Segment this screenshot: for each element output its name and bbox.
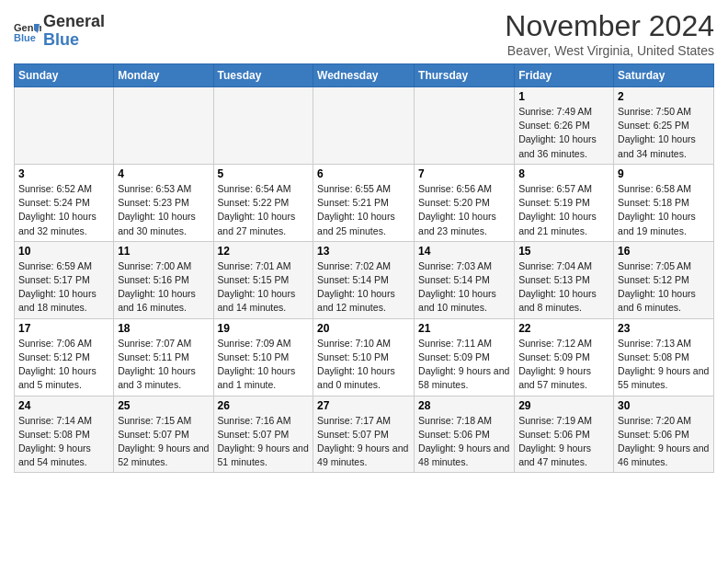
day-info: Sunrise: 7:13 AM Sunset: 5:08 PM Dayligh… bbox=[618, 337, 710, 393]
day-cell bbox=[415, 87, 515, 165]
day-info: Sunrise: 6:54 AM Sunset: 5:22 PM Dayligh… bbox=[218, 182, 310, 238]
day-cell: 6Sunrise: 6:55 AM Sunset: 5:21 PM Daylig… bbox=[313, 164, 415, 241]
day-info: Sunrise: 7:20 AM Sunset: 5:06 PM Dayligh… bbox=[618, 414, 710, 470]
day-cell: 9Sunrise: 6:58 AM Sunset: 5:18 PM Daylig… bbox=[614, 164, 714, 241]
day-info: Sunrise: 7:16 AM Sunset: 5:07 PM Dayligh… bbox=[218, 414, 310, 470]
day-number: 13 bbox=[317, 245, 410, 258]
svg-text:Blue: Blue bbox=[14, 32, 36, 42]
day-info: Sunrise: 6:57 AM Sunset: 5:19 PM Dayligh… bbox=[518, 182, 609, 238]
day-info: Sunrise: 7:12 AM Sunset: 5:09 PM Dayligh… bbox=[518, 337, 609, 393]
day-number: 29 bbox=[518, 399, 609, 412]
day-number: 20 bbox=[317, 322, 410, 335]
header-cell-tuesday: Tuesday bbox=[213, 64, 313, 87]
month-title: November 2024 bbox=[505, 9, 714, 43]
day-number: 16 bbox=[618, 245, 710, 258]
location: Beaver, West Virginia, United States bbox=[505, 43, 714, 58]
day-cell: 30Sunrise: 7:20 AM Sunset: 5:06 PM Dayli… bbox=[614, 396, 714, 473]
day-number: 19 bbox=[218, 322, 310, 335]
day-info: Sunrise: 7:01 AM Sunset: 5:15 PM Dayligh… bbox=[218, 259, 310, 316]
day-cell: 15Sunrise: 7:04 AM Sunset: 5:13 PM Dayli… bbox=[515, 241, 614, 318]
day-cell: 11Sunrise: 7:00 AM Sunset: 5:16 PM Dayli… bbox=[114, 241, 213, 318]
header-cell-sunday: Sunday bbox=[15, 64, 114, 87]
header-row: SundayMondayTuesdayWednesdayThursdayFrid… bbox=[15, 64, 714, 87]
day-info: Sunrise: 7:00 AM Sunset: 5:16 PM Dayligh… bbox=[118, 259, 209, 316]
logo-text: General Blue bbox=[43, 13, 105, 50]
day-info: Sunrise: 7:02 AM Sunset: 5:14 PM Dayligh… bbox=[317, 259, 410, 316]
day-info: Sunrise: 7:19 AM Sunset: 5:06 PM Dayligh… bbox=[518, 414, 609, 470]
day-info: Sunrise: 6:59 AM Sunset: 5:17 PM Dayligh… bbox=[18, 259, 109, 316]
day-cell bbox=[313, 87, 415, 165]
day-cell: 4Sunrise: 6:53 AM Sunset: 5:23 PM Daylig… bbox=[114, 164, 213, 241]
day-info: Sunrise: 7:03 AM Sunset: 5:14 PM Dayligh… bbox=[418, 259, 510, 316]
day-number: 30 bbox=[618, 399, 710, 412]
day-info: Sunrise: 6:52 AM Sunset: 5:24 PM Dayligh… bbox=[18, 182, 109, 238]
week-row-2: 3Sunrise: 6:52 AM Sunset: 5:24 PM Daylig… bbox=[15, 164, 714, 241]
day-info: Sunrise: 7:18 AM Sunset: 5:06 PM Dayligh… bbox=[418, 414, 510, 470]
day-number: 11 bbox=[118, 245, 209, 258]
day-cell: 29Sunrise: 7:19 AM Sunset: 5:06 PM Dayli… bbox=[515, 396, 614, 473]
day-cell: 12Sunrise: 7:01 AM Sunset: 5:15 PM Dayli… bbox=[213, 241, 313, 318]
logo-icon: General Blue bbox=[14, 20, 41, 42]
day-info: Sunrise: 7:10 AM Sunset: 5:10 PM Dayligh… bbox=[317, 337, 410, 393]
day-number: 27 bbox=[317, 399, 410, 412]
day-number: 1 bbox=[518, 90, 609, 103]
calendar-table: SundayMondayTuesdayWednesdayThursdayFrid… bbox=[14, 63, 714, 473]
day-info: Sunrise: 6:58 AM Sunset: 5:18 PM Dayligh… bbox=[618, 182, 710, 238]
day-number: 26 bbox=[218, 399, 310, 412]
title-area: November 2024 Beaver, West Virginia, Uni… bbox=[505, 9, 714, 58]
header-cell-friday: Friday bbox=[515, 64, 614, 87]
day-cell: 13Sunrise: 7:02 AM Sunset: 5:14 PM Dayli… bbox=[313, 241, 415, 318]
day-cell: 25Sunrise: 7:15 AM Sunset: 5:07 PM Dayli… bbox=[114, 396, 213, 473]
day-cell: 16Sunrise: 7:05 AM Sunset: 5:12 PM Dayli… bbox=[614, 241, 714, 318]
day-info: Sunrise: 6:53 AM Sunset: 5:23 PM Dayligh… bbox=[118, 182, 209, 238]
day-cell: 10Sunrise: 6:59 AM Sunset: 5:17 PM Dayli… bbox=[15, 241, 114, 318]
day-info: Sunrise: 6:55 AM Sunset: 5:21 PM Dayligh… bbox=[317, 182, 410, 238]
calendar-header: SundayMondayTuesdayWednesdayThursdayFrid… bbox=[15, 64, 714, 87]
day-number: 6 bbox=[317, 167, 410, 180]
day-cell: 26Sunrise: 7:16 AM Sunset: 5:07 PM Dayli… bbox=[213, 396, 313, 473]
day-number: 23 bbox=[618, 322, 710, 335]
day-info: Sunrise: 7:05 AM Sunset: 5:12 PM Dayligh… bbox=[618, 259, 710, 316]
day-cell: 21Sunrise: 7:11 AM Sunset: 5:09 PM Dayli… bbox=[415, 318, 515, 396]
header: General Blue General Blue November 2024 … bbox=[14, 9, 714, 58]
day-cell: 27Sunrise: 7:17 AM Sunset: 5:07 PM Dayli… bbox=[313, 396, 415, 473]
day-info: Sunrise: 7:09 AM Sunset: 5:10 PM Dayligh… bbox=[218, 337, 310, 393]
header-cell-saturday: Saturday bbox=[614, 64, 714, 87]
day-info: Sunrise: 6:56 AM Sunset: 5:20 PM Dayligh… bbox=[418, 182, 510, 238]
day-number: 9 bbox=[618, 167, 710, 180]
day-number: 2 bbox=[618, 90, 710, 103]
day-info: Sunrise: 7:11 AM Sunset: 5:09 PM Dayligh… bbox=[418, 337, 510, 393]
day-number: 28 bbox=[418, 399, 510, 412]
day-cell: 14Sunrise: 7:03 AM Sunset: 5:14 PM Dayli… bbox=[415, 241, 515, 318]
day-cell bbox=[114, 87, 213, 165]
logo: General Blue General Blue bbox=[14, 13, 105, 50]
day-number: 21 bbox=[418, 322, 510, 335]
day-number: 24 bbox=[18, 399, 109, 412]
week-row-4: 17Sunrise: 7:06 AM Sunset: 5:12 PM Dayli… bbox=[15, 318, 714, 396]
header-cell-monday: Monday bbox=[114, 64, 213, 87]
day-cell bbox=[15, 87, 114, 165]
day-number: 17 bbox=[18, 322, 109, 335]
day-number: 14 bbox=[418, 245, 510, 258]
day-number: 15 bbox=[518, 245, 609, 258]
day-info: Sunrise: 7:14 AM Sunset: 5:08 PM Dayligh… bbox=[18, 414, 109, 470]
day-cell: 24Sunrise: 7:14 AM Sunset: 5:08 PM Dayli… bbox=[15, 396, 114, 473]
header-cell-thursday: Thursday bbox=[415, 64, 515, 87]
day-cell: 22Sunrise: 7:12 AM Sunset: 5:09 PM Dayli… bbox=[515, 318, 614, 396]
day-info: Sunrise: 7:06 AM Sunset: 5:12 PM Dayligh… bbox=[18, 337, 109, 393]
week-row-1: 1Sunrise: 7:49 AM Sunset: 6:26 PM Daylig… bbox=[15, 87, 714, 165]
day-info: Sunrise: 7:50 AM Sunset: 6:25 PM Dayligh… bbox=[618, 105, 710, 161]
day-cell: 19Sunrise: 7:09 AM Sunset: 5:10 PM Dayli… bbox=[213, 318, 313, 396]
day-cell: 3Sunrise: 6:52 AM Sunset: 5:24 PM Daylig… bbox=[15, 164, 114, 241]
day-number: 25 bbox=[118, 399, 209, 412]
day-cell: 7Sunrise: 6:56 AM Sunset: 5:20 PM Daylig… bbox=[415, 164, 515, 241]
day-info: Sunrise: 7:07 AM Sunset: 5:11 PM Dayligh… bbox=[118, 337, 209, 393]
day-number: 3 bbox=[18, 167, 109, 180]
day-number: 4 bbox=[118, 167, 209, 180]
day-info: Sunrise: 7:49 AM Sunset: 6:26 PM Dayligh… bbox=[518, 105, 609, 161]
header-cell-wednesday: Wednesday bbox=[313, 64, 415, 87]
day-cell: 28Sunrise: 7:18 AM Sunset: 5:06 PM Dayli… bbox=[415, 396, 515, 473]
day-cell: 20Sunrise: 7:10 AM Sunset: 5:10 PM Dayli… bbox=[313, 318, 415, 396]
day-number: 8 bbox=[518, 167, 609, 180]
day-cell: 1Sunrise: 7:49 AM Sunset: 6:26 PM Daylig… bbox=[515, 87, 614, 165]
